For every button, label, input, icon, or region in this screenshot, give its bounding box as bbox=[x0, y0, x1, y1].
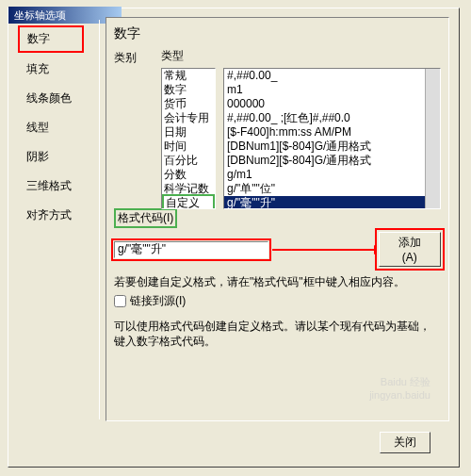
tab-3d[interactable]: 三维格式 bbox=[18, 173, 84, 199]
list-item[interactable]: [DBNum1][$-804]G/通用格式 bbox=[224, 140, 440, 154]
label-category: 类别 bbox=[114, 48, 154, 66]
list-item[interactable]: 科学记数 bbox=[162, 182, 215, 196]
list-item[interactable]: 货币 bbox=[162, 97, 215, 111]
list-item[interactable]: g/m1 bbox=[224, 168, 440, 182]
type-listbox[interactable]: #,##0.00_ m1 000000 #,##0.00_ ;[红色]#,##0… bbox=[223, 68, 441, 209]
tab-linestyle[interactable]: 线型 bbox=[18, 115, 84, 140]
list-item[interactable]: #,##0.00_ ;[红色]#,##0.0 bbox=[224, 111, 440, 125]
tab-number[interactable]: 数字 bbox=[18, 25, 84, 53]
category-listbox[interactable]: 常规 数字 货币 会计专用 日期 时间 百分比 分数 科学记数 自定义 bbox=[161, 68, 216, 209]
dialog-title: 坐标轴选项 bbox=[8, 7, 122, 24]
list-item[interactable]: 会计专用 bbox=[162, 111, 215, 125]
dialog: 坐标轴选项 数字 填充 线条颜色 线型 阴影 三维格式 对齐方式 数字 类别 类… bbox=[8, 8, 460, 468]
list-item[interactable]: m1 bbox=[224, 83, 440, 97]
list-item[interactable]: 百分比 bbox=[162, 154, 215, 168]
list-item[interactable]: 数字 bbox=[162, 83, 215, 97]
list-item-selected[interactable]: g/"毫""升" bbox=[224, 196, 440, 209]
list-item[interactable]: #,##0.00_ bbox=[224, 69, 440, 83]
list-item[interactable]: 000000 bbox=[224, 97, 440, 111]
list-item[interactable]: g/"单""位" bbox=[224, 182, 440, 196]
list-item[interactable]: [$-F400]h:mm:ss AM/PM bbox=[224, 125, 440, 140]
link-source-checkbox[interactable]: 链接到源(I) bbox=[114, 293, 441, 309]
list-item[interactable]: 分数 bbox=[162, 168, 215, 182]
svg-marker-1 bbox=[374, 245, 375, 254]
add-button[interactable]: 添加(A) bbox=[379, 232, 441, 267]
format-code-input[interactable] bbox=[114, 241, 268, 258]
close-button[interactable]: 关闭 bbox=[380, 432, 430, 453]
checkbox-icon[interactable] bbox=[114, 295, 126, 307]
tab-linecolor[interactable]: 线条颜色 bbox=[18, 86, 84, 111]
panel-title: 数字 bbox=[114, 25, 441, 42]
panel-number: 数字 类别 类型 常规 数字 货币 会计专用 日期 时间 百分比 分数 科学记数… bbox=[106, 17, 449, 421]
tab-align[interactable]: 对齐方式 bbox=[18, 203, 84, 228]
label-type: 类型 bbox=[161, 48, 218, 64]
list-item[interactable]: [DBNum2][$-804]G/通用格式 bbox=[224, 154, 440, 168]
list-item[interactable]: 日期 bbox=[162, 125, 215, 140]
tab-shadow[interactable]: 阴影 bbox=[18, 144, 84, 170]
scrollbar[interactable] bbox=[425, 69, 440, 208]
note-1: 若要创建自定义格式，请在"格式代码"框中键入相应内容。 bbox=[114, 274, 441, 289]
label-format-code: 格式代码(I) bbox=[114, 208, 441, 228]
list-item[interactable]: 常规 bbox=[162, 69, 215, 83]
divider bbox=[99, 20, 100, 419]
arrow-icon bbox=[272, 243, 375, 256]
sidebar: 数字 填充 线条颜色 线型 阴影 三维格式 对齐方式 bbox=[18, 25, 84, 232]
tab-fill[interactable]: 填充 bbox=[18, 57, 84, 82]
list-item-custom[interactable]: 自定义 bbox=[162, 194, 215, 209]
list-item[interactable]: 时间 bbox=[162, 140, 215, 154]
note-2: 可以使用格式代码创建自定义格式。请以某个现有代码为基础，键入数字格式代码。 bbox=[114, 319, 441, 349]
